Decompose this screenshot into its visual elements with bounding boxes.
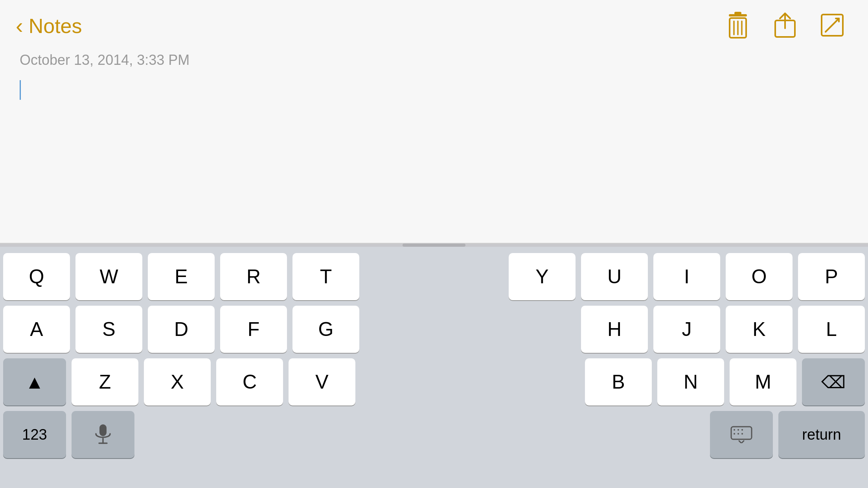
key-K[interactable]: K	[726, 306, 793, 353]
keyboard-row-3: Z X C V B N M ⌫	[3, 358, 865, 405]
notes-area: ‹ Notes	[0, 0, 868, 244]
microphone-icon	[94, 424, 112, 446]
delete-icon: ⌫	[821, 372, 846, 392]
key-R[interactable]: R	[220, 253, 287, 300]
key-Q[interactable]: Q	[3, 253, 70, 300]
key-C[interactable]: C	[216, 358, 283, 405]
text-cursor	[20, 80, 21, 100]
header: ‹ Notes	[0, 0, 868, 48]
keyboard-handle	[403, 244, 465, 247]
delete-key[interactable]: ⌫	[802, 358, 865, 405]
shift-key[interactable]	[3, 358, 66, 405]
key-V[interactable]: V	[289, 358, 355, 405]
kb-group-right-4: return	[704, 411, 865, 458]
key-A[interactable]: A	[3, 306, 70, 353]
chevron-left-icon: ‹	[16, 15, 23, 37]
microphone-key[interactable]	[72, 411, 134, 458]
keyboard-row-4: 123	[3, 411, 865, 458]
kb-group-right-1: Y U I O P	[509, 253, 865, 300]
numbers-key[interactable]: 123	[3, 411, 66, 458]
key-E[interactable]: E	[148, 253, 215, 300]
key-Z[interactable]: Z	[72, 358, 138, 405]
keyboard-hide-key[interactable]	[710, 411, 773, 458]
kb-group-left-2: A S D F G	[3, 306, 359, 353]
kb-group-left-4: 123	[3, 411, 140, 458]
key-U[interactable]: U	[581, 253, 648, 300]
svg-rect-1	[734, 12, 741, 15]
kb-group-right-3: B N M ⌫	[585, 358, 865, 405]
key-M[interactable]: M	[730, 358, 796, 405]
key-T[interactable]: T	[292, 253, 359, 300]
back-label: Notes	[29, 14, 82, 38]
keyboard-hide-icon	[730, 426, 752, 443]
key-L[interactable]: L	[798, 306, 865, 353]
kb-group-left-3: Z X C V	[3, 358, 355, 405]
svg-rect-15	[731, 427, 752, 439]
return-key[interactable]: return	[778, 411, 865, 458]
kb-group-right-2: H J K L	[581, 306, 865, 353]
header-icons	[726, 11, 844, 41]
keyboard-separator	[0, 244, 868, 247]
svg-line-9	[826, 18, 839, 32]
kb-group-left-1: Q W E R T	[3, 253, 359, 300]
shift-icon	[25, 371, 44, 393]
key-D[interactable]: D	[148, 306, 215, 353]
key-P[interactable]: P	[798, 253, 865, 300]
key-X[interactable]: X	[144, 358, 211, 405]
key-J[interactable]: J	[653, 306, 720, 353]
keyboard-row-2: A S D F G H J K L	[3, 306, 865, 353]
note-date: October 13, 2014, 3:33 PM	[0, 48, 868, 76]
delete-button[interactable]	[726, 11, 750, 41]
share-button[interactable]	[774, 12, 796, 40]
key-O[interactable]: O	[726, 253, 793, 300]
key-B[interactable]: B	[585, 358, 652, 405]
key-N[interactable]: N	[657, 358, 724, 405]
svg-rect-12	[99, 424, 107, 436]
key-H[interactable]: H	[581, 306, 648, 353]
compose-button[interactable]	[820, 13, 844, 39]
back-button[interactable]: ‹ Notes	[16, 14, 82, 38]
key-W[interactable]: W	[75, 253, 142, 300]
key-F[interactable]: F	[220, 306, 287, 353]
key-Y[interactable]: Y	[509, 253, 576, 300]
keyboard-row-1: Q W E R T Y U I O P	[3, 253, 865, 300]
key-G[interactable]: G	[292, 306, 359, 353]
key-I[interactable]: I	[653, 253, 720, 300]
key-S[interactable]: S	[75, 306, 142, 353]
keyboard: Q W E R T Y U I O P A S D F G H J K L	[0, 247, 868, 488]
